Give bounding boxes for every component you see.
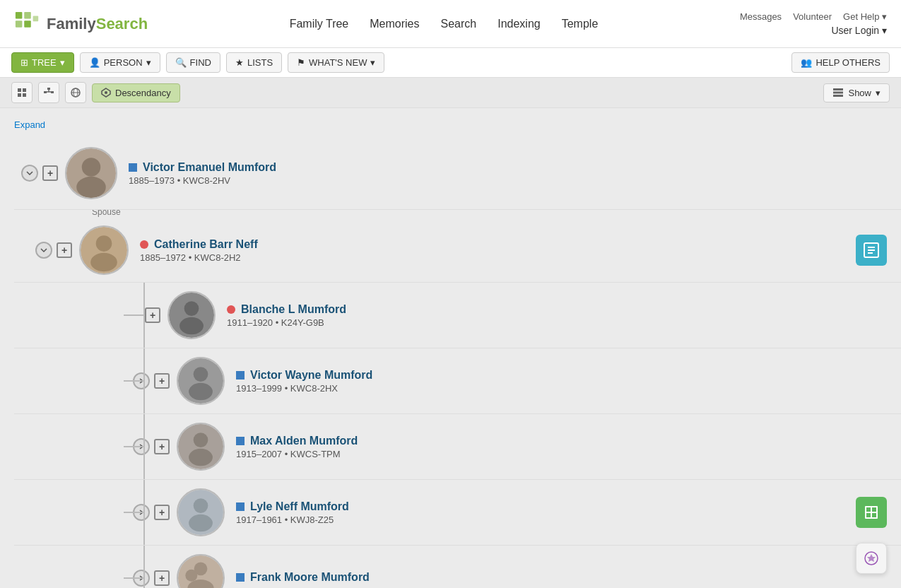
svg-rect-18 xyxy=(833,88,843,90)
svg-rect-46 xyxy=(866,513,871,517)
spouse-action-button[interactable] xyxy=(856,235,887,266)
top-right-section: Messages Volunteer Get Help ▾ User Login… xyxy=(740,11,887,36)
hline-4 xyxy=(124,577,145,579)
root-person-details: 1885–1973 • KWC8-2HV xyxy=(129,175,901,186)
child-2-add-btn[interactable]: + xyxy=(154,439,170,454)
child-2-gender-indicator xyxy=(236,437,245,445)
child-1-add-btn[interactable]: + xyxy=(154,373,170,389)
svg-rect-5 xyxy=(18,88,21,92)
find-label: FIND xyxy=(190,57,211,68)
svg-rect-44 xyxy=(866,507,871,512)
expand-link[interactable]: Expand xyxy=(14,119,901,130)
svg-rect-2 xyxy=(16,20,23,28)
child-0-name[interactable]: Blanche L Mumford xyxy=(241,303,346,316)
child-2-details: 1915–2007 • KWCS-TPM xyxy=(236,449,901,459)
spouse-person-details: 1885–1972 • KWC8-2H2 xyxy=(140,252,901,263)
nav-temple[interactable]: Temple xyxy=(562,18,599,30)
user-login[interactable]: User Login ▾ xyxy=(831,25,887,36)
svg-point-22 xyxy=(82,158,100,176)
person-icon: 👤 xyxy=(89,57,100,68)
floating-action-button[interactable] xyxy=(856,543,887,574)
find-button[interactable]: 🔍 FIND xyxy=(166,52,220,73)
spouse-row: + Catherine Barr Neff 1885–1972 • KWC8-2… xyxy=(14,218,901,283)
svg-point-38 xyxy=(194,433,208,447)
svg-rect-8 xyxy=(23,93,26,97)
star-icon: ★ xyxy=(235,57,244,68)
svg-rect-47 xyxy=(872,513,876,517)
nav-memories[interactable]: Memories xyxy=(370,18,419,30)
volunteer-link[interactable]: Volunteer xyxy=(793,11,832,22)
child-4-name[interactable]: Frank Moore Mumford xyxy=(250,571,370,584)
child-3-name[interactable]: Lyle Neff Mumford xyxy=(250,500,349,513)
svg-rect-1 xyxy=(24,11,31,18)
child-row-1: + Victor Wayne Mumford 1913–1999 • KWC8-… xyxy=(14,348,901,414)
root-person-row: + Victor Emanuel Mumford 1885–1973 • KWC… xyxy=(14,137,901,210)
whats-new-button[interactable]: ⚑ WHAT'S NEW ▾ xyxy=(288,52,384,73)
sub-toolbar: Descendancy Show ▾ xyxy=(0,78,901,108)
svg-rect-6 xyxy=(23,88,26,92)
logo-family: Family xyxy=(47,15,96,33)
descendancy-button[interactable]: Descendancy xyxy=(92,83,180,102)
nav-indexing[interactable]: Indexing xyxy=(497,18,541,30)
logo[interactable]: FamilySearch xyxy=(14,11,148,37)
person-button[interactable]: 👤 PERSON ▾ xyxy=(80,52,160,73)
help-others-label: HELP OTHERS xyxy=(815,57,881,68)
svg-point-50 xyxy=(185,570,197,582)
child-3-add-btn[interactable]: + xyxy=(154,505,170,520)
child-2-name[interactable]: Max Alden Mumford xyxy=(250,435,358,447)
svg-point-32 xyxy=(184,301,199,316)
tree-button[interactable]: ⊞ TREE ▾ xyxy=(11,52,74,73)
child-4-avatar xyxy=(177,554,225,588)
hline-1 xyxy=(124,380,145,382)
spouse-collapse-btn[interactable] xyxy=(35,242,52,259)
flag-icon: ⚑ xyxy=(297,57,305,68)
child-1-name[interactable]: Victor Wayne Mumford xyxy=(250,369,372,382)
spouse-person-name[interactable]: Catherine Barr Neff xyxy=(154,238,258,251)
hline-3 xyxy=(124,512,145,513)
child-2-avatar xyxy=(177,423,225,471)
child-2-info: Max Alden Mumford 1915–2007 • KWCS-TPM xyxy=(236,435,901,459)
tree-chart-button[interactable] xyxy=(38,82,59,103)
lists-button[interactable]: ★ LISTS xyxy=(226,52,282,73)
nav-search[interactable]: Search xyxy=(441,18,477,30)
show-dropdown-icon: ▾ xyxy=(876,88,881,98)
child-3-avatar xyxy=(177,488,225,536)
svg-rect-19 xyxy=(833,92,843,94)
globe-button[interactable] xyxy=(65,82,86,103)
root-add-btn[interactable]: + xyxy=(42,165,58,181)
child-1-gender-indicator xyxy=(236,371,245,380)
child-3-action-button[interactable] xyxy=(856,497,887,528)
lists-label: LISTS xyxy=(247,57,273,68)
root-person-info: Victor Emanuel Mumford 1885–1973 • KWC8-… xyxy=(129,161,901,186)
help-others-button[interactable]: 👥 HELP OTHERS xyxy=(791,52,890,73)
root-person-name[interactable]: Victor Emanuel Mumford xyxy=(143,161,276,174)
logo-search-text: Search xyxy=(96,15,148,33)
spouse-add-btn[interactable]: + xyxy=(57,242,72,258)
whats-new-label: WHAT'S NEW xyxy=(309,57,367,68)
tree-icon: ⊞ xyxy=(20,57,28,68)
child-4-add-btn[interactable]: + xyxy=(154,570,170,586)
child-row-4: + Frank Moore Mumford xyxy=(14,546,901,588)
child-0-avatar xyxy=(167,291,216,339)
root-collapse-btn[interactable] xyxy=(21,165,38,182)
messages-link[interactable]: Messages xyxy=(740,11,782,22)
svg-point-23 xyxy=(76,177,106,198)
top-right-links: Messages Volunteer Get Help ▾ xyxy=(740,11,887,22)
tree-dropdown-icon: ▾ xyxy=(60,57,65,68)
get-help-link[interactable]: Get Help ▾ xyxy=(843,11,887,22)
root-avatar xyxy=(65,147,117,199)
svg-rect-3 xyxy=(24,20,31,28)
fan-chart-button[interactable] xyxy=(11,82,33,103)
show-button[interactable]: Show ▾ xyxy=(823,83,890,102)
descendancy-label: Descendancy xyxy=(115,88,171,98)
spouse-gender-indicator xyxy=(140,240,148,249)
child-0-add-btn[interactable]: + xyxy=(145,307,160,323)
nav-family-tree[interactable]: Family Tree xyxy=(290,18,349,30)
svg-rect-20 xyxy=(833,95,843,97)
spouse-avatar xyxy=(79,225,129,275)
child-1-details: 1913–1999 • KWC8-2HX xyxy=(236,383,901,394)
svg-rect-45 xyxy=(872,507,876,512)
svg-point-41 xyxy=(194,498,208,513)
spouse-person-info: Catherine Barr Neff 1885–1972 • KWC8-2H2 xyxy=(140,238,901,263)
child-0-info: Blanche L Mumford 1911–1920 • K24Y-G9B xyxy=(227,303,901,328)
